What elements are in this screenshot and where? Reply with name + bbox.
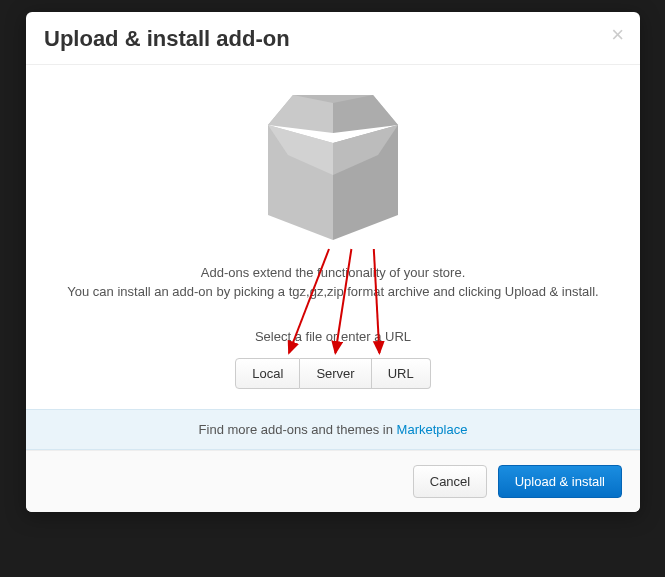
- upload-install-button[interactable]: Upload & install: [498, 465, 622, 498]
- cancel-button[interactable]: Cancel: [413, 465, 487, 498]
- marketplace-bar: Find more add-ons and themes in Marketpl…: [26, 409, 640, 450]
- description-line-1: Add-ons extend the functionality of your…: [46, 265, 620, 280]
- server-button[interactable]: Server: [300, 358, 371, 389]
- upload-install-modal: Upload & install add-on × Add-ons extend…: [26, 12, 640, 512]
- modal-footer: Cancel Upload & install: [26, 450, 640, 512]
- marketplace-link[interactable]: Marketplace: [397, 422, 468, 437]
- select-file-label: Select a file or enter a URL: [46, 329, 620, 344]
- description-line-2: You can install an add-on by picking a t…: [46, 284, 620, 299]
- local-button[interactable]: Local: [235, 358, 300, 389]
- modal-body: Add-ons extend the functionality of your…: [26, 65, 640, 409]
- source-button-group: Local Server URL: [235, 358, 430, 389]
- marketplace-text: Find more add-ons and themes in: [199, 422, 397, 437]
- close-icon[interactable]: ×: [611, 24, 624, 46]
- modal-title: Upload & install add-on: [44, 26, 622, 52]
- url-button[interactable]: URL: [372, 358, 431, 389]
- package-box-icon: [243, 95, 423, 245]
- modal-header: Upload & install add-on ×: [26, 12, 640, 65]
